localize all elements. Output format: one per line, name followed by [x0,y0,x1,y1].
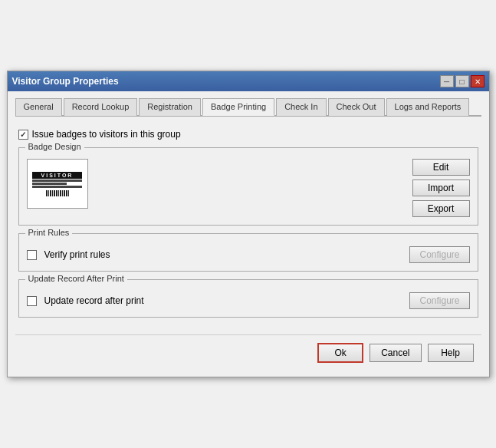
b12 [68,190,69,196]
b2 [48,190,49,196]
print-rules-label: Print Rules [25,228,73,237]
help-button[interactable]: Help [428,344,474,362]
minimize-button[interactable]: ─ [440,75,454,87]
maximize-button[interactable]: □ [455,75,469,87]
update-record-checkbox-label: Update record after print [44,295,144,306]
close-button[interactable]: ✕ [471,75,485,87]
b9 [62,190,63,196]
badge-preview: VISITOR [27,159,88,209]
main-window: Visitor Group Properties ─ □ ✕ General R… [7,71,490,377]
issue-badges-label: Issue badges to visitors in this group [32,129,181,140]
tab-content: Issue badges to visitors in this group B… [15,124,481,330]
tab-check-in[interactable]: Check In [276,98,326,116]
verify-print-checkbox[interactable] [27,250,37,260]
b7 [58,190,59,196]
footer: Ok Cancel Help [15,334,481,369]
badge-design-group: Badge Design VISITOR [18,147,478,226]
badge-line-2 [32,183,67,185]
update-record-configure-button[interactable]: Configure [409,292,469,309]
cancel-button[interactable]: Cancel [370,344,421,362]
update-record-content: Update record after print Configure [27,286,470,309]
tab-registration[interactable]: Registration [139,98,201,116]
b1 [46,190,48,196]
title-controls: ─ □ ✕ [440,75,485,87]
b10 [64,190,65,196]
b6 [56,190,57,196]
badge-design-label: Badge Design [25,142,84,151]
verify-print-label: Verify print rules [44,249,110,260]
tab-badge-printing[interactable]: Badge Printing [202,98,274,116]
b5 [54,190,55,196]
tab-general[interactable]: General [15,98,62,116]
update-record-checkbox[interactable] [27,296,37,306]
badge-barcode [46,190,69,196]
issue-badges-row: Issue badges to visitors in this group [18,129,478,140]
b3 [50,190,51,196]
print-rules-group: Print Rules Verify print rules Configure [18,233,478,272]
tab-record-lookup[interactable]: Record Lookup [64,98,138,116]
badge-line-3 [32,186,82,188]
badge-lines [32,180,82,188]
verify-print-row: Verify print rules [27,249,110,260]
badge-visitor-text: VISITOR [32,172,82,179]
export-button[interactable]: Export [412,200,470,217]
tab-bar: General Record Lookup Registration Badge… [15,97,481,117]
window-body: General Record Lookup Registration Badge… [8,91,489,377]
window-title: Visitor Group Properties [12,76,119,87]
issue-badges-checkbox[interactable] [18,130,28,140]
b8 [60,190,61,196]
update-record-group: Update Record After Print Update record … [18,279,478,318]
b4 [52,190,53,196]
print-rules-content: Verify print rules Configure [27,240,470,263]
update-record-label: Update Record After Print [25,274,127,283]
edit-button[interactable]: Edit [412,159,470,176]
update-record-row: Update record after print [27,295,144,306]
tab-check-out[interactable]: Check Out [328,98,385,116]
b11 [66,190,67,196]
import-button[interactable]: Import [412,180,470,196]
badge-line-1 [32,180,82,182]
title-bar: Visitor Group Properties ─ □ ✕ [8,71,489,91]
print-rules-configure-button[interactable]: Configure [409,246,469,263]
badge-inner: VISITOR [30,162,85,206]
badge-buttons: Edit Import Export [412,159,470,217]
badge-design-content: VISITOR [27,154,470,217]
tab-logs-and-reports[interactable]: Logs and Reports [386,98,470,116]
ok-button[interactable]: Ok [317,343,363,363]
